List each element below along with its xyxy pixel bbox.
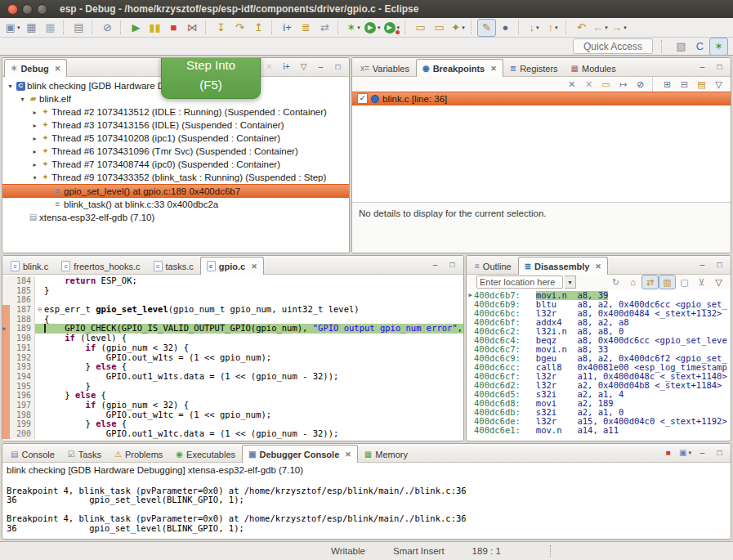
disassembly-tab-outline[interactable]: ≡Outline: [468, 258, 518, 274]
go-to-file-button[interactable]: ↦: [615, 77, 632, 92]
new-wizard-button[interactable]: ▣▾: [3, 19, 22, 37]
sync-context-button[interactable]: ⇄: [641, 275, 659, 289]
skip-all-breakpoints-button[interactable]: ⊘: [632, 77, 649, 92]
quick-access-button[interactable]: Quick Access: [573, 38, 653, 54]
code-line[interactable]: 185}: [2, 286, 463, 296]
editor-tab-blink-c[interactable]: cblink.c: [4, 258, 55, 274]
collapse-all-button[interactable]: ⊟: [676, 77, 693, 92]
search-button[interactable]: ✦▾: [449, 19, 467, 37]
expand-all-button[interactable]: ⊞: [659, 77, 676, 92]
expander-icon[interactable]: ▸: [30, 161, 39, 168]
pin-button[interactable]: ⊻: [693, 275, 710, 289]
close-tab-icon[interactable]: ✕: [55, 65, 61, 73]
console-tab-executables[interactable]: ◉Executables: [169, 446, 242, 462]
suspend-button[interactable]: ▮▮: [145, 19, 164, 37]
breakpoint-item[interactable]: ✓blink.c [line: 36]: [352, 92, 731, 105]
code-line[interactable]: 197 if (gpio_num < 32) {: [2, 401, 463, 410]
debug-tree-item[interactable]: ≡blink_task() at blink.c:33 0x400dbc2a: [2, 198, 349, 211]
code-line[interactable]: 187⊖esp_err_t gpio_set_level(gpio_num_t …: [2, 305, 463, 315]
location-input[interactable]: [476, 276, 563, 289]
view-menu-button[interactable]: ▽: [710, 77, 727, 92]
close-tab-icon[interactable]: ✕: [595, 262, 601, 271]
editor-tab-freertos-hooks-c[interactable]: cfreertos_hooks.c: [55, 258, 146, 274]
step-into-button[interactable]: ↧: [212, 19, 230, 37]
terminate-button[interactable]: ■: [659, 446, 677, 460]
use-step-filters-button[interactable]: ⇄: [315, 19, 334, 37]
home-button[interactable]: ⌂: [624, 275, 641, 289]
instruction-stepping-button[interactable]: i+: [278, 19, 297, 37]
mark-occurrences-button[interactable]: ✎: [477, 19, 496, 37]
open-new-view-button[interactable]: ▢: [676, 275, 693, 289]
expander-icon[interactable]: ▸: [30, 122, 39, 129]
breakpoint-checkbox[interactable]: ✓: [357, 93, 368, 104]
display-console-button[interactable]: ▣▾: [677, 446, 694, 460]
dropdown-arrow-icon[interactable]: ▾: [555, 25, 558, 31]
location-dropdown-icon[interactable]: ▼: [565, 276, 576, 289]
terminate-button[interactable]: ■: [164, 19, 183, 37]
console-tab-tasks[interactable]: ☑Tasks: [61, 446, 108, 462]
skip-all-breakpoints-button[interactable]: ⊘: [98, 19, 117, 37]
previous-annotation-button[interactable]: ↑▾: [543, 19, 562, 37]
breakpoints-tab-modules[interactable]: ▦Modules: [565, 60, 623, 76]
debug-tree-item[interactable]: ≡gpio_set_level() at gpio.c:189 0x400dc6…: [2, 184, 349, 198]
expander-icon[interactable]: ▾: [6, 83, 15, 90]
debug-tree-item[interactable]: ▸✦Thread #6 1073431096 (Tmr Svc) (Suspen…: [2, 145, 349, 158]
dropdown-arrow-icon[interactable]: ▾: [17, 25, 20, 31]
maximize-button[interactable]: □: [444, 258, 461, 272]
view-menu-button[interactable]: ▽: [295, 60, 312, 74]
console-tab-console[interactable]: ▤Console: [4, 446, 61, 462]
debug-perspective-button[interactable]: ✶: [709, 38, 728, 56]
open-resource-button[interactable]: ▭: [430, 19, 449, 37]
debug-tree-item[interactable]: ▸✦Thread #7 1073408744 (ipc0) (Suspended…: [2, 158, 349, 171]
disconnect-button[interactable]: ⋈: [183, 19, 202, 37]
breakpoints-tab-registers[interactable]: ≣Registers: [503, 60, 565, 76]
refresh-button[interactable]: ↻: [607, 275, 624, 289]
remove-all-breakpoints-button[interactable]: ✕: [580, 77, 597, 92]
open-element-button[interactable]: ▭: [411, 19, 430, 37]
view-menu-button[interactable]: ▽: [710, 275, 727, 289]
debug-tree-item[interactable]: ▸✦Thread #5 1073410208 (ipc1) (Suspended…: [2, 132, 349, 145]
disassembly-listing[interactable]: ▶400dc6b7: movi.n a8, 39400dc6b9: bltu a…: [467, 289, 731, 441]
instruction-stepping-mode-button[interactable]: i+: [278, 60, 295, 74]
dropdown-arrow-icon[interactable]: ▾: [378, 25, 381, 31]
code-line[interactable]: 191 if (gpio_num < 32) {: [2, 343, 463, 353]
debug-tree-item[interactable]: ▾✦Thread #9 1073433352 (blink_task : Run…: [2, 171, 349, 184]
code-line[interactable]: 200 GPIO.out1_w1tc.data = (1 << (gpio_nu…: [2, 429, 463, 439]
maximize-window-button[interactable]: [37, 4, 47, 15]
maximize-button[interactable]: □: [329, 60, 346, 74]
last-edit-location-button[interactable]: ↶: [572, 19, 591, 37]
debug-tree-item[interactable]: ▸✦Thread #3 1073413156 (IDLE) (Suspended…: [2, 119, 349, 132]
close-tab-icon[interactable]: ✕: [345, 450, 351, 459]
console-tab-debugger-console[interactable]: ▣Debugger Console✕: [242, 445, 358, 463]
close-tab-icon[interactable]: ✕: [251, 262, 257, 271]
expander-icon[interactable]: ▸: [30, 135, 39, 142]
resume-button[interactable]: ▶: [127, 19, 145, 37]
disassembly-line[interactable]: 400dc6e1: mov.n a14, a11: [467, 426, 731, 435]
close-tab-icon[interactable]: ✕: [490, 65, 497, 73]
step-return-button[interactable]: ↥: [249, 19, 268, 37]
show-source-button[interactable]: ▥: [659, 275, 676, 289]
expander-icon[interactable]: ▾: [30, 174, 39, 181]
run-button[interactable]: ▶▾: [363, 19, 382, 37]
save-button[interactable]: ▦: [22, 19, 41, 37]
dropdown-arrow-icon[interactable]: ▾: [688, 450, 691, 456]
forward-button[interactable]: →▾: [610, 19, 628, 37]
editor-tab-tasks-c[interactable]: ctasks.c: [147, 258, 200, 274]
console-tab-problems[interactable]: ⚠Problems: [108, 446, 169, 462]
breakpoints-tab-variables[interactable]: x=Variables: [354, 60, 416, 76]
step-over-button[interactable]: ↷: [230, 19, 249, 37]
profile-button[interactable]: ▶▾: [382, 19, 402, 37]
minimize-button[interactable]: –: [427, 258, 444, 272]
group-by-button[interactable]: ▤: [693, 77, 710, 92]
maximize-button[interactable]: □: [711, 446, 728, 460]
back-button[interactable]: ←▾: [591, 19, 610, 37]
debug-tree-item[interactable]: ▤xtensa-esp32-elf-gdb (7.10): [2, 211, 349, 224]
code-line[interactable]: 194 GPIO.out1_w1ts.data = (1 << (gpio_nu…: [2, 372, 463, 382]
dropdown-arrow-icon[interactable]: ▾: [605, 25, 608, 31]
world-button[interactable]: ●: [496, 19, 515, 37]
editor-tab-gpio-c[interactable]: cgpio.c✕: [200, 257, 264, 275]
maximize-button[interactable]: □: [711, 60, 728, 74]
breakpoints-tab-breakpoints[interactable]: ◉Breakpoints✕: [416, 59, 503, 77]
maximize-button[interactable]: □: [711, 258, 728, 272]
expander-icon[interactable]: ▾: [18, 96, 27, 103]
